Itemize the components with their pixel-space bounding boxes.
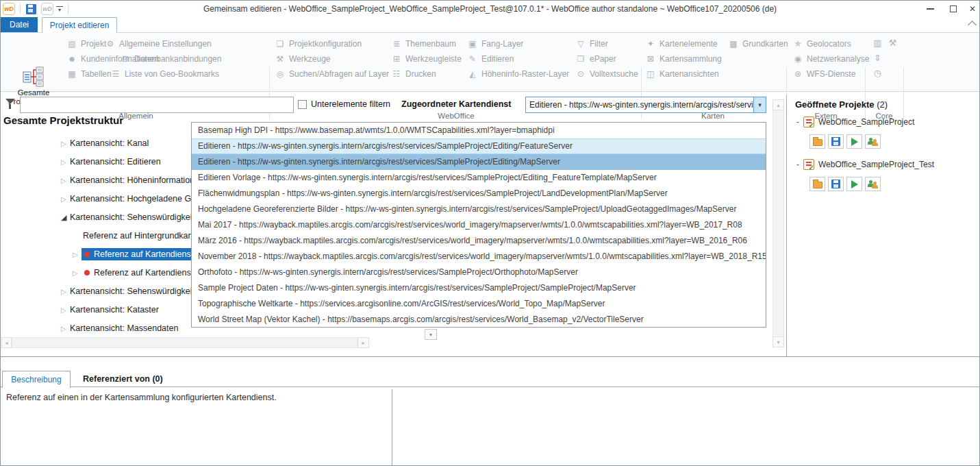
ribbon-item-epaper[interactable]: ❒ePaper [575, 53, 616, 64]
ribbon-item-werkzeugleiste[interactable]: ⊞Werkzeugleiste [391, 53, 462, 64]
ribbon-item-drucken[interactable]: ☷Drucken [391, 68, 436, 79]
tree-collapsed-icon[interactable]: ▷ [61, 288, 70, 295]
tree-collapsed-icon[interactable]: ▷ [73, 269, 81, 277]
tree-collapsed-icon[interactable]: ▷ [61, 140, 70, 147]
save-project-button[interactable] [828, 134, 844, 149]
ribbon-item-geolocators[interactable]: ✯Geolocators [792, 38, 851, 49]
tab-datei[interactable]: Datei [1, 17, 38, 32]
scroll-left-button[interactable]: ◂ [1, 337, 12, 348]
publish-project-button[interactable] [865, 134, 881, 149]
main-vertical-scrollbar[interactable] [772, 99, 784, 347]
kartendienst-combobox[interactable]: Editieren - https://w-ws-ginten.synergis… [525, 97, 766, 113]
collapse-icon[interactable]: - [796, 117, 799, 127]
database-icon: ⊟ [120, 54, 131, 64]
dropdown-item[interactable]: März 2016 - https://wayback.maptiles.arc… [192, 233, 766, 249]
dropdown-item[interactable]: Sample Project Daten - https://w-ws-gint… [192, 280, 766, 296]
dropdown-item-hovered[interactable]: Editieren - https://w-ws-ginten.synergis… [192, 138, 766, 154]
tree-item-massendaten[interactable]: ▷Kartenansicht: Massendaten [61, 322, 178, 334]
ribbon-item-projektkonfiguration[interactable]: ❏Projektkonfiguration [275, 38, 362, 49]
dropdown-item[interactable]: November 2018 - https://wayback.maptiles… [192, 249, 766, 265]
form-combobox-arrow-button[interactable]: ▾ [425, 329, 437, 340]
tree-item-referenz-kartendienst[interactable]: ▷ Referenz auf Kartendienst d [73, 267, 201, 279]
tree-collapsed-icon[interactable]: ▷ [61, 158, 70, 166]
tab-projekt-editieren[interactable]: Projekt editieren [42, 17, 117, 33]
core-wrench-icon[interactable]: ⚒ [887, 38, 899, 48]
tree-collapsed-icon[interactable]: ▷ [61, 306, 70, 314]
app-logo-icon[interactable]: wD [3, 3, 15, 15]
tree-horizontal-scrollbar[interactable] [12, 337, 357, 348]
qat-customize-icon[interactable]: ▾ [56, 6, 63, 13]
ribbon-item-datenbankanbindungen[interactable]: ⊟Datenbankanbindungen [120, 53, 221, 64]
tree-expanded-icon[interactable]: ◢ [61, 213, 70, 222]
tree-item-editieren[interactable]: ▷Kartenansicht: Editieren [61, 156, 161, 168]
quick-save-button[interactable] [26, 4, 36, 14]
tree-item-sehenswuerdigkeiten[interactable]: ◢Kartenansicht: Sehenswürdigkeite [61, 211, 199, 223]
collapse-icon[interactable]: - [796, 160, 799, 169]
ribbon-item-filter[interactable]: ▽Filter [575, 38, 608, 49]
start-project-button[interactable] [846, 177, 862, 191]
dropdown-item[interactable]: World Street Map (Vektor Kachel) - https… [192, 312, 766, 328]
ribbon-item-allgemeine-einstellungen[interactable]: ⚙Allgemeine Einstellungen [105, 38, 212, 49]
tree-collapsed-icon[interactable]: ▷ [73, 251, 81, 258]
ribbon-item-suchen-abfragen[interactable]: ◎Suchen/Abfragen auf Layer [275, 68, 389, 79]
tree-item-referenz-kartendienst-selected[interactable]: ▷ Referenz auf Kartendienst d [73, 248, 205, 260]
ribbon-item-grundkarten[interactable]: ▩Grundkarten [728, 38, 788, 49]
filter-input[interactable] [20, 97, 294, 113]
ribbon-item-geo-bookmarks[interactable]: ☰Liste von Geo-Bookmarks [110, 68, 219, 79]
ribbon-item-volltextsuche[interactable]: ⊙Volltextsuche [575, 68, 638, 79]
dropdown-item[interactable]: Topographische Weltkarte - https://servi… [192, 296, 766, 312]
core-ruler-icon[interactable]: ▥ [872, 38, 883, 48]
fulltext-search-icon: ⊙ [575, 69, 586, 79]
tree-collapsed-icon[interactable]: ▷ [61, 177, 70, 184]
tree-item-referenz-hintergrundkarte[interactable]: Referenz auf Hintergrundkarte [83, 230, 198, 242]
dropdown-item-selected[interactable]: Editieren - https://w-ws-ginten.synergis… [192, 154, 766, 170]
save-project-button[interactable] [828, 177, 844, 191]
dropdown-item[interactable]: Orthofoto - https://w-ws-ginten.synergis… [192, 265, 766, 280]
dropdown-item[interactable]: Hochgeladene Georeferenzierte Bilder - h… [192, 201, 766, 217]
collapse-ribbon-button[interactable] [969, 22, 975, 28]
tree-collapsed-icon[interactable]: ▷ [61, 325, 70, 332]
tab-referenziert-von[interactable]: Referenziert von (0) [83, 374, 163, 384]
ribbon-item-fang-layer[interactable]: ▣Fang-Layer [467, 38, 523, 49]
ribbon-item-projekt[interactable]: ▤Projekt [66, 38, 106, 49]
tree-item-kanal[interactable]: ▷Kartenansicht: Kanal [61, 137, 149, 149]
unterelemente-checkbox[interactable] [298, 100, 307, 109]
dropdown-item[interactable]: Basemap High DPI - https://www.basemap.a… [192, 123, 766, 138]
minimize-button[interactable] [922, 2, 938, 16]
scroll-right-button[interactable]: ▸ [357, 337, 369, 348]
dropdown-item[interactable]: Editieren Vorlage - https://w-ws-ginten.… [192, 170, 766, 186]
tree-item-kataster[interactable]: ▷Kartenansicht: Kataster [61, 304, 159, 316]
start-project-button[interactable] [846, 134, 862, 149]
core-slider-icon[interactable]: ⇕ [872, 53, 883, 63]
ribbon-item-themenbaum[interactable]: ≣Themenbaum [391, 38, 456, 49]
tree-collapsed-icon[interactable]: ▷ [61, 195, 70, 203]
tab-beschreibung[interactable]: Beschreibung [2, 371, 71, 388]
ribbon-item-kartenansichten[interactable]: ◫Kartenansichten [645, 68, 719, 79]
close-button[interactable]: ✕ [965, 2, 980, 16]
open-project-button[interactable] [809, 177, 825, 191]
project-entry[interactable]: - WebOffice_SampleProject_Test [796, 159, 934, 170]
dropdown-item[interactable]: Flächenwidmungsplan - https://w-ws-ginte… [192, 186, 766, 201]
ribbon-item-editieren[interactable]: ✎Editieren [467, 53, 514, 64]
ribbon-item-kartensammlung[interactable]: ⊠Kartensammlung [645, 53, 722, 64]
dropdown-item[interactable]: Mai 2017 - https://wayback.maptiles.arcg… [192, 217, 766, 233]
publish-project-button[interactable] [865, 177, 881, 191]
scroll-up-button[interactable]: ▴ [772, 99, 784, 110]
ribbon-item-tabellen[interactable]: ▦Tabellen [66, 68, 112, 79]
project-entry[interactable]: - WebOffice_SampleProject [796, 116, 914, 127]
network-analysis-icon: ◉ [792, 54, 803, 64]
scroll-down-button[interactable]: ▾ [772, 336, 784, 347]
core-clock-icon[interactable]: ◷ [872, 68, 883, 78]
maximize-button[interactable] [946, 2, 961, 16]
qat-app-icon[interactable]: wD [41, 3, 53, 15]
tree-item-hoeheninformation[interactable]: ▷Kartenansicht: Höheninformation [61, 174, 194, 186]
ribbon-item-kartenelemente[interactable]: ✦Kartenelemente [645, 38, 718, 49]
tree-item-sehenswuerdigkeiten-2[interactable]: ▷Kartenansicht: Sehenswürdigkeite [61, 285, 199, 297]
combobox-dropdown-button[interactable]: ▾ [753, 97, 766, 112]
ribbon-item-hoeheninfo[interactable]: ◭Höheninfo-Raster-Layer [467, 68, 569, 79]
ribbon-item-netzwerkanalyse[interactable]: ◉Netzwerkanalyse [792, 53, 869, 64]
ribbon-item-werkzeuge[interactable]: ⚒Werkzeuge [275, 53, 330, 64]
open-project-button[interactable] [809, 134, 825, 149]
tree-item-hochgeladene-geo[interactable]: ▷Kartenansicht: Hochgeladene Geo [61, 193, 201, 205]
ribbon-item-wfs-dienste[interactable]: ⊛WFS-Dienste [792, 68, 855, 79]
